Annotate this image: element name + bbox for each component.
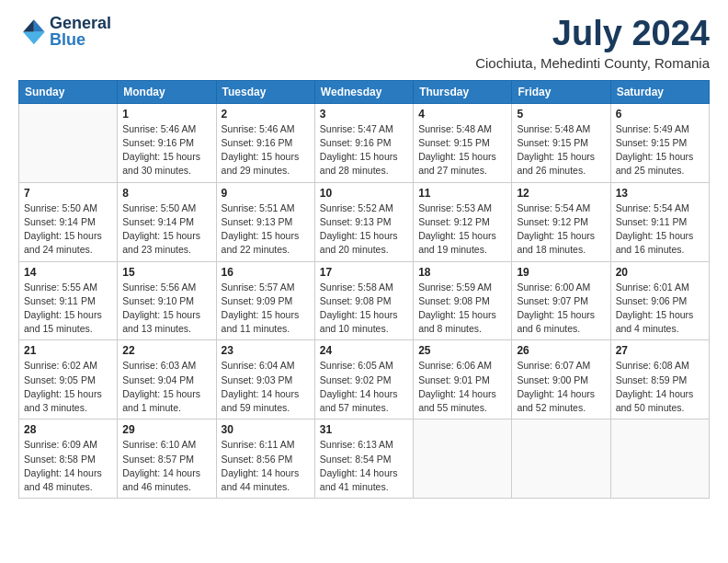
day-info: Sunrise: 5:55 AM Sunset: 9:11 PM Dayligh… (24, 281, 112, 337)
logo-general-text: General (50, 15, 111, 31)
day-number: 5 (517, 108, 605, 121)
header-row: SundayMondayTuesdayWednesdayThursdayFrid… (19, 80, 710, 103)
calendar-cell (610, 419, 709, 499)
calendar-cell: 3Sunrise: 5:47 AM Sunset: 9:16 PM Daylig… (314, 103, 413, 182)
logo-blue-text: Blue (50, 31, 111, 48)
calendar-cell: 29Sunrise: 6:10 AM Sunset: 8:57 PM Dayli… (118, 419, 216, 499)
calendar-cell: 27Sunrise: 6:08 AM Sunset: 8:59 PM Dayli… (610, 340, 709, 419)
calendar-cell: 17Sunrise: 5:58 AM Sunset: 9:08 PM Dayli… (314, 261, 413, 340)
calendar-cell: 15Sunrise: 5:56 AM Sunset: 9:10 PM Dayli… (118, 261, 216, 340)
day-number: 4 (418, 108, 506, 121)
day-number: 29 (122, 423, 210, 436)
calendar-cell: 24Sunrise: 6:05 AM Sunset: 9:02 PM Dayli… (314, 340, 413, 419)
calendar-cell: 23Sunrise: 6:04 AM Sunset: 9:03 PM Dayli… (216, 340, 314, 419)
day-number: 21 (24, 344, 112, 357)
calendar-cell: 4Sunrise: 5:48 AM Sunset: 9:15 PM Daylig… (414, 103, 512, 182)
logo-text: General Blue (50, 15, 111, 48)
day-info: Sunrise: 5:54 AM Sunset: 9:11 PM Dayligh… (616, 201, 704, 258)
day-number: 1 (122, 108, 210, 121)
day-info: Sunrise: 5:50 AM Sunset: 9:14 PM Dayligh… (122, 201, 210, 258)
calendar-cell: 19Sunrise: 6:00 AM Sunset: 9:07 PM Dayli… (512, 261, 610, 340)
calendar-cell: 18Sunrise: 5:59 AM Sunset: 9:08 PM Dayli… (414, 261, 512, 340)
day-number: 8 (122, 187, 210, 200)
day-info: Sunrise: 5:49 AM Sunset: 9:15 PM Dayligh… (616, 122, 704, 178)
calendar-cell: 20Sunrise: 6:01 AM Sunset: 9:06 PM Dayli… (610, 261, 709, 340)
logo: General Blue (18, 15, 111, 48)
calendar-cell (512, 419, 610, 499)
calendar-cell: 31Sunrise: 6:13 AM Sunset: 8:54 PM Dayli… (314, 419, 413, 499)
day-info: Sunrise: 5:54 AM Sunset: 9:12 PM Dayligh… (517, 201, 605, 258)
calendar-cell (19, 103, 118, 182)
day-info: Sunrise: 5:52 AM Sunset: 9:13 PM Dayligh… (320, 201, 408, 258)
month-title: July 2024 (475, 15, 710, 53)
day-info: Sunrise: 6:08 AM Sunset: 8:59 PM Dayligh… (616, 359, 704, 415)
calendar-header: SundayMondayTuesdayWednesdayThursdayFrid… (19, 80, 710, 103)
day-number: 7 (24, 187, 112, 200)
calendar-cell: 13Sunrise: 5:54 AM Sunset: 9:11 PM Dayli… (610, 182, 709, 261)
day-info: Sunrise: 5:47 AM Sunset: 9:16 PM Dayligh… (320, 122, 408, 178)
calendar-cell: 6Sunrise: 5:49 AM Sunset: 9:15 PM Daylig… (610, 103, 709, 182)
day-number: 31 (320, 423, 408, 436)
day-number: 17 (320, 266, 408, 279)
day-number: 6 (616, 108, 704, 121)
calendar-cell: 30Sunrise: 6:11 AM Sunset: 8:56 PM Dayli… (216, 419, 314, 499)
day-info: Sunrise: 5:46 AM Sunset: 9:16 PM Dayligh… (222, 122, 310, 178)
calendar-cell: 21Sunrise: 6:02 AM Sunset: 9:05 PM Dayli… (19, 340, 118, 419)
day-number: 22 (122, 344, 210, 357)
header-cell-sunday: Sunday (19, 80, 118, 103)
day-number: 25 (418, 344, 506, 357)
day-info: Sunrise: 6:09 AM Sunset: 8:58 PM Dayligh… (24, 438, 112, 494)
day-info: Sunrise: 5:51 AM Sunset: 9:13 PM Dayligh… (222, 201, 310, 258)
day-number: 2 (222, 108, 310, 121)
day-number: 26 (517, 344, 605, 357)
day-info: Sunrise: 5:59 AM Sunset: 9:08 PM Dayligh… (418, 281, 506, 337)
calendar-week-5: 28Sunrise: 6:09 AM Sunset: 8:58 PM Dayli… (19, 419, 710, 499)
calendar-week-2: 7Sunrise: 5:50 AM Sunset: 9:14 PM Daylig… (19, 182, 710, 261)
day-info: Sunrise: 5:56 AM Sunset: 9:10 PM Dayligh… (122, 281, 210, 337)
calendar-cell: 22Sunrise: 6:03 AM Sunset: 9:04 PM Dayli… (118, 340, 216, 419)
calendar-cell: 12Sunrise: 5:54 AM Sunset: 9:12 PM Dayli… (512, 182, 610, 261)
calendar-cell: 11Sunrise: 5:53 AM Sunset: 9:12 PM Dayli… (414, 182, 512, 261)
header-cell-tuesday: Tuesday (216, 80, 314, 103)
header-cell-monday: Monday (118, 80, 216, 103)
day-info: Sunrise: 6:13 AM Sunset: 8:54 PM Dayligh… (320, 438, 408, 494)
day-info: Sunrise: 5:46 AM Sunset: 9:16 PM Dayligh… (122, 122, 210, 178)
title-block: July 2024 Ciochiuta, Mehedinti County, R… (475, 15, 710, 71)
day-number: 14 (24, 266, 112, 279)
day-info: Sunrise: 5:53 AM Sunset: 9:12 PM Dayligh… (418, 201, 506, 258)
day-info: Sunrise: 6:02 AM Sunset: 9:05 PM Dayligh… (24, 359, 112, 415)
calendar-cell: 16Sunrise: 5:57 AM Sunset: 9:09 PM Dayli… (216, 261, 314, 340)
day-number: 11 (418, 187, 506, 200)
calendar-cell: 1Sunrise: 5:46 AM Sunset: 9:16 PM Daylig… (118, 103, 216, 182)
day-number: 9 (222, 187, 310, 200)
header-cell-friday: Friday (512, 80, 610, 103)
calendar-week-3: 14Sunrise: 5:55 AM Sunset: 9:11 PM Dayli… (19, 261, 710, 340)
day-info: Sunrise: 6:05 AM Sunset: 9:02 PM Dayligh… (320, 359, 408, 415)
day-number: 13 (616, 187, 704, 200)
calendar-cell: 26Sunrise: 6:07 AM Sunset: 9:00 PM Dayli… (512, 340, 610, 419)
calendar-cell: 28Sunrise: 6:09 AM Sunset: 8:58 PM Dayli… (19, 419, 118, 499)
day-info: Sunrise: 5:48 AM Sunset: 9:15 PM Dayligh… (418, 122, 506, 178)
day-info: Sunrise: 5:48 AM Sunset: 9:15 PM Dayligh… (517, 122, 605, 178)
day-info: Sunrise: 6:10 AM Sunset: 8:57 PM Dayligh… (122, 438, 210, 494)
day-info: Sunrise: 6:00 AM Sunset: 9:07 PM Dayligh… (517, 281, 605, 337)
calendar-cell: 5Sunrise: 5:48 AM Sunset: 9:15 PM Daylig… (512, 103, 610, 182)
calendar-cell: 14Sunrise: 5:55 AM Sunset: 9:11 PM Dayli… (19, 261, 118, 340)
day-number: 24 (320, 344, 408, 357)
day-info: Sunrise: 6:11 AM Sunset: 8:56 PM Dayligh… (222, 438, 310, 494)
day-info: Sunrise: 5:50 AM Sunset: 9:14 PM Dayligh… (24, 201, 112, 258)
day-info: Sunrise: 6:01 AM Sunset: 9:06 PM Dayligh… (616, 281, 704, 337)
location: Ciochiuta, Mehedinti County, Romania (475, 55, 710, 71)
day-info: Sunrise: 5:57 AM Sunset: 9:09 PM Dayligh… (222, 281, 310, 337)
calendar-cell: 8Sunrise: 5:50 AM Sunset: 9:14 PM Daylig… (118, 182, 216, 261)
calendar-cell: 2Sunrise: 5:46 AM Sunset: 9:16 PM Daylig… (216, 103, 314, 182)
calendar-cell: 7Sunrise: 5:50 AM Sunset: 9:14 PM Daylig… (19, 182, 118, 261)
day-number: 18 (418, 266, 506, 279)
calendar-week-1: 1Sunrise: 5:46 AM Sunset: 9:16 PM Daylig… (19, 103, 710, 182)
day-number: 27 (616, 344, 704, 357)
day-number: 28 (24, 423, 112, 436)
logo-icon (18, 17, 48, 46)
day-number: 19 (517, 266, 605, 279)
day-number: 16 (222, 266, 310, 279)
day-info: Sunrise: 6:07 AM Sunset: 9:00 PM Dayligh… (517, 359, 605, 415)
